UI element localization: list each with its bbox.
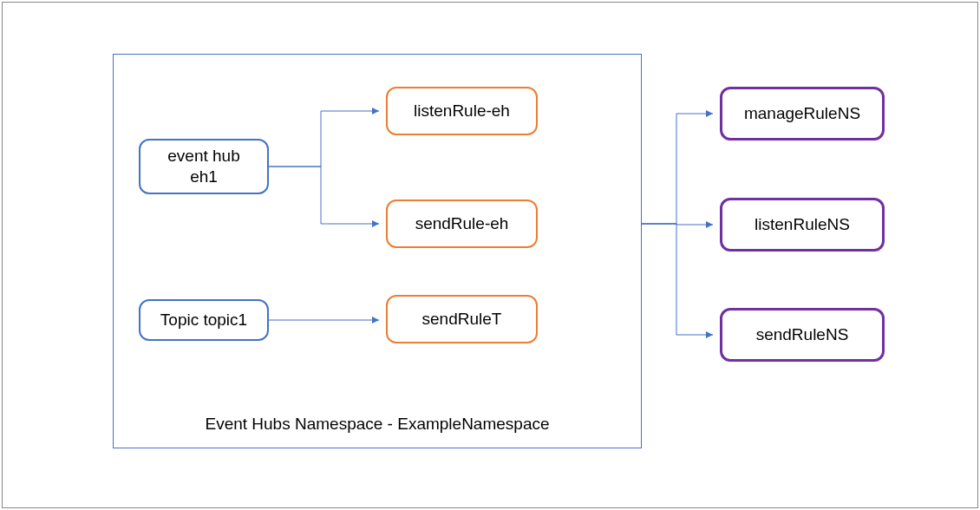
listenrule-ns-label: listenRuleNS xyxy=(755,215,850,234)
managerule-ns-node: manageRuleNS xyxy=(720,87,885,141)
listenrule-ns-node: listenRuleNS xyxy=(720,198,885,252)
sendrule-t-node: sendRuleT xyxy=(386,295,538,343)
sendrule-t-label: sendRuleT xyxy=(422,310,502,329)
sendrule-ns-label: sendRuleNS xyxy=(756,325,849,344)
topic-label: Topic topic1 xyxy=(160,311,247,330)
namespace-label: Event Hubs Namespace - ExampleNamespace xyxy=(113,415,642,434)
listenrule-eh-node: listenRule-eh xyxy=(386,87,538,135)
sendrule-eh-node: sendRule-eh xyxy=(386,199,538,248)
eventhub-node: event hub eh1 xyxy=(139,139,269,194)
topic-node: Topic topic1 xyxy=(139,299,269,341)
managerule-ns-label: manageRuleNS xyxy=(744,104,860,123)
listenrule-eh-label: listenRule-eh xyxy=(414,101,510,121)
sendrule-eh-label: sendRule-eh xyxy=(415,214,509,233)
namespace-container xyxy=(113,54,642,448)
sendrule-ns-node: sendRuleNS xyxy=(720,308,885,362)
eventhub-label: event hub eh1 xyxy=(167,146,239,187)
